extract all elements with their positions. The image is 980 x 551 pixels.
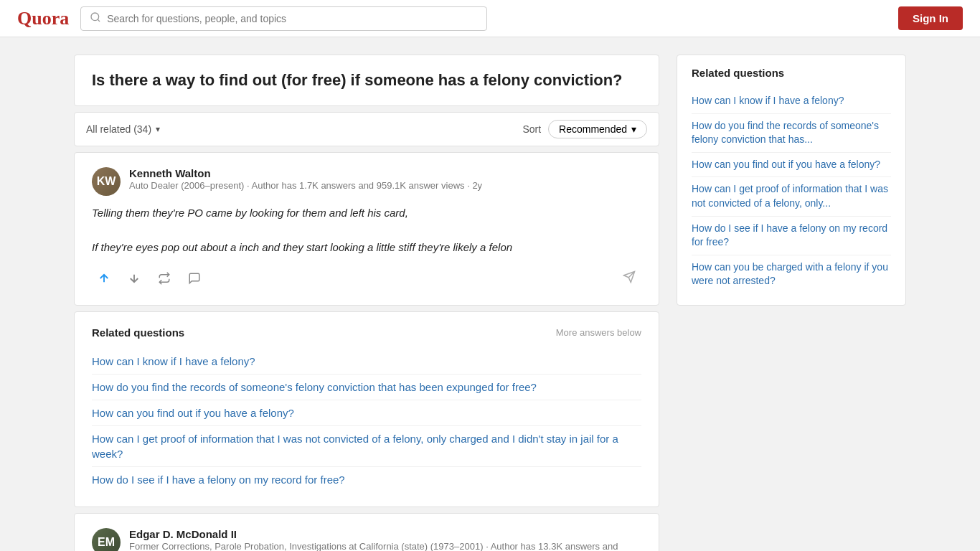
author-name-2: Edgar D. McDonald II bbox=[129, 528, 641, 540]
main-content: Is there a way to find out (for free) if… bbox=[74, 55, 659, 551]
sidebar-link-3[interactable]: How can you find out if you have a felon… bbox=[692, 153, 891, 178]
search-icon bbox=[90, 11, 101, 26]
answer-actions-1 bbox=[92, 266, 641, 291]
question-title: Is there a way to find out (for free) if… bbox=[92, 70, 641, 91]
author-meta-2: Former Corrections, Parole Probation, In… bbox=[129, 540, 641, 551]
author-meta-1: Auto Dealer (2006–present) · Author has … bbox=[129, 179, 641, 192]
more-answers-label: More answers below bbox=[556, 327, 641, 338]
recommended-label: Recommended bbox=[559, 123, 627, 135]
author-info-1: Kenneth Walton Auto Dealer (2006–present… bbox=[129, 167, 641, 192]
sidebar-link-6[interactable]: How can you be charged with a felony if … bbox=[692, 255, 891, 293]
filter-bar: All related (34) ▾ Sort Recommended ▾ bbox=[74, 112, 659, 146]
svg-point-0 bbox=[91, 13, 99, 21]
answer-card-2: EM Edgar D. McDonald II Former Correctio… bbox=[74, 513, 659, 551]
related-link-inline-5[interactable]: How do I see if I have a felony on my re… bbox=[92, 467, 641, 492]
sidebar-link-2[interactable]: How do you find the records of someone's… bbox=[692, 114, 891, 153]
answer-line-1a: Telling them they're PO came by looking … bbox=[92, 207, 408, 219]
upvote-button-1[interactable] bbox=[92, 266, 116, 291]
avatar-em: EM bbox=[92, 528, 121, 551]
recommended-button[interactable]: Recommended ▾ bbox=[548, 120, 647, 138]
chevron-down-icon: ▾ bbox=[156, 124, 160, 134]
related-inline-header: Related questions More answers below bbox=[92, 326, 641, 339]
sidebar-link-1[interactable]: How can I know if I have a felony? bbox=[692, 89, 891, 114]
question-card: Is there a way to find out (for free) if… bbox=[74, 55, 659, 106]
search-bar-container bbox=[80, 6, 487, 31]
page-layout: Is there a way to find out (for free) if… bbox=[60, 55, 920, 551]
related-link-inline-1[interactable]: How can I know if I have a felony? bbox=[92, 349, 641, 375]
related-link-inline-2[interactable]: How do you find the records of someone's… bbox=[92, 375, 641, 400]
downvote-button-1[interactable] bbox=[122, 266, 146, 291]
repost-button-1[interactable] bbox=[152, 266, 176, 291]
related-questions-inline: Related questions More answers below How… bbox=[74, 311, 659, 507]
sidebar-link-5[interactable]: How do I see if I have a felony on my re… bbox=[692, 217, 891, 255]
all-related-label: All related (34) bbox=[86, 123, 151, 135]
svg-line-1 bbox=[98, 19, 100, 22]
avatar-kw: KW bbox=[92, 167, 121, 196]
sidebar-title: Related questions bbox=[692, 67, 891, 79]
header: Quora Sign In bbox=[0, 0, 980, 37]
author-info-2: Edgar D. McDonald II Former Corrections,… bbox=[129, 528, 641, 551]
answer-card-1: KW Kenneth Walton Auto Dealer (2006–pres… bbox=[74, 152, 659, 306]
quora-logo[interactable]: Quora bbox=[17, 8, 69, 29]
sidebar: Related questions How can I know if I ha… bbox=[677, 55, 906, 306]
author-row-2: EM Edgar D. McDonald II Former Correctio… bbox=[92, 528, 641, 551]
sign-in-button[interactable]: Sign In bbox=[898, 6, 963, 30]
related-link-inline-4[interactable]: How can I get proof of information that … bbox=[92, 426, 641, 467]
sidebar-link-4[interactable]: How can I get proof of information that … bbox=[692, 177, 891, 216]
search-input[interactable] bbox=[107, 13, 478, 24]
sort-label: Sort bbox=[522, 123, 541, 135]
sidebar-card: Related questions How can I know if I ha… bbox=[677, 55, 906, 306]
all-related-filter[interactable]: All related (34) ▾ bbox=[86, 123, 160, 135]
share-button-1[interactable] bbox=[617, 268, 641, 289]
related-link-inline-3[interactable]: How can you find out if you have a felon… bbox=[92, 400, 641, 426]
author-row-1: KW Kenneth Walton Auto Dealer (2006–pres… bbox=[92, 167, 641, 196]
related-inline-title: Related questions bbox=[92, 326, 184, 339]
comment-button-1[interactable] bbox=[182, 266, 207, 291]
answer-text-1: Telling them they're PO came by looking … bbox=[92, 204, 641, 256]
author-name-1: Kenneth Walton bbox=[129, 167, 641, 179]
answer-line-1b: If they're eyes pop out about a inch and… bbox=[92, 241, 512, 253]
chevron-down-icon: ▾ bbox=[631, 123, 636, 135]
sort-section: Sort Recommended ▾ bbox=[522, 120, 647, 138]
